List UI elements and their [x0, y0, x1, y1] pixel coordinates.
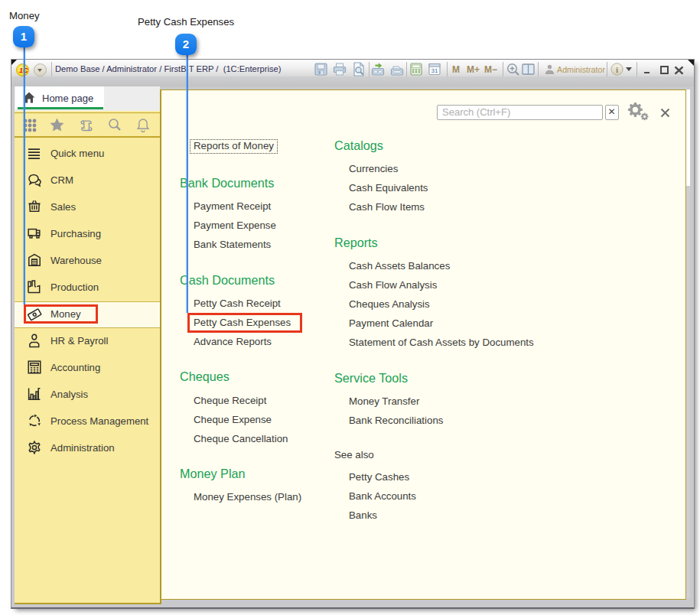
- svg-text:31: 31: [431, 67, 438, 74]
- svg-text:i: i: [616, 65, 618, 74]
